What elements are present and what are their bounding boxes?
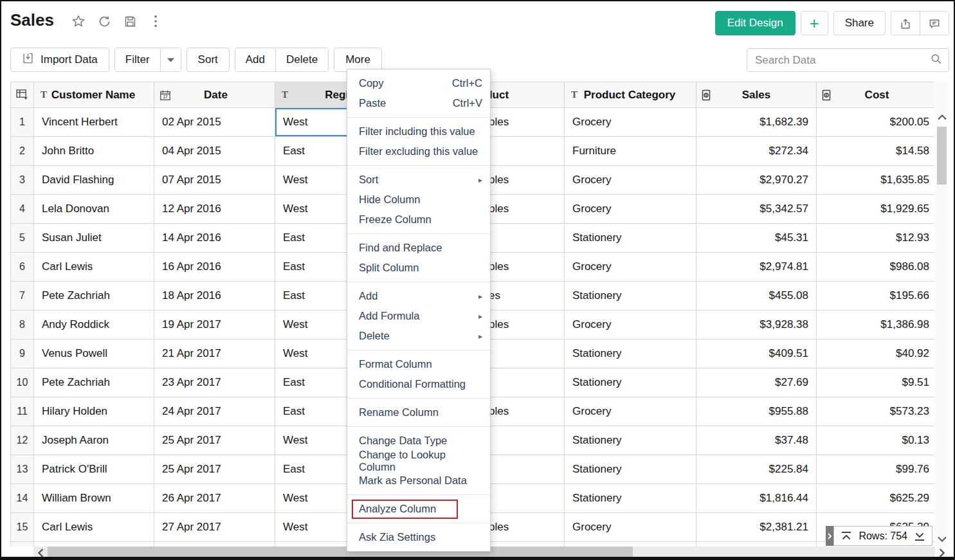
go-to-last-row-icon[interactable] — [914, 531, 925, 541]
menu-item-ask-zia-settings[interactable]: Ask Zia Settings — [347, 527, 490, 547]
column-header-sales[interactable]: Sales — [696, 82, 817, 108]
row-number[interactable]: 12 — [11, 426, 34, 455]
cell-date[interactable]: 16 Apr 2016 — [154, 253, 275, 282]
kebab-menu-icon[interactable] — [148, 14, 163, 29]
cell-product-category[interactable]: Stationery — [565, 455, 696, 484]
column-header-customer-name[interactable]: TCustomer Name — [34, 82, 154, 108]
cell-sales[interactable]: $5,342.57 — [696, 195, 817, 224]
cell-sales[interactable]: $272.34 — [696, 137, 817, 166]
cell-date[interactable]: 25 Apr 2017 — [154, 455, 275, 484]
menu-item-filter-including-this-value[interactable]: Filter including this value — [347, 122, 490, 141]
search-icon[interactable] — [930, 53, 942, 68]
cell-product-category[interactable]: Stationery — [565, 282, 696, 311]
cell-product-category[interactable]: Stationery — [565, 224, 696, 253]
cell-date[interactable]: 27 Apr 2017 — [154, 513, 275, 542]
cell-product-category[interactable]: Grocery — [565, 166, 696, 195]
cell-date[interactable]: 24 Apr 2017 — [154, 397, 275, 426]
sort-button[interactable]: Sort — [186, 48, 230, 72]
menu-item-paste[interactable]: PasteCtrl+V — [347, 93, 490, 113]
menu-item-mark-as-personal-data[interactable]: Mark as Personal Data — [347, 471, 490, 491]
row-number[interactable]: 10 — [11, 368, 34, 397]
menu-item-rename-column[interactable]: Rename Column — [347, 402, 490, 422]
cell-sales[interactable]: $409.51 — [696, 339, 817, 368]
cell-customer-name[interactable]: Carl Lewis — [34, 253, 154, 282]
menu-item-delete[interactable]: Delete▸ — [347, 326, 490, 346]
pager-collapse-handle[interactable] — [826, 526, 833, 546]
cell-date[interactable]: 26 Apr 2017 — [154, 484, 275, 513]
row-number[interactable]: 1 — [11, 108, 34, 137]
cell-cost[interactable]: $14.58 — [817, 137, 938, 166]
cell-customer-name[interactable]: Vincent Herbert — [34, 108, 154, 137]
cell-date[interactable]: 18 Apr 2016 — [154, 282, 275, 311]
export-icon[interactable] — [891, 12, 920, 35]
horizontal-scroll-thumb[interactable] — [48, 546, 633, 559]
row-number[interactable]: 6 — [11, 253, 34, 282]
cell-customer-name[interactable]: Pete Zachriah — [34, 282, 154, 311]
cell-cost[interactable]: $1,635.85 — [817, 166, 938, 195]
column-header-row-selector[interactable] — [11, 82, 34, 108]
share-button[interactable]: Share — [833, 11, 886, 35]
cell-sales[interactable]: $37.48 — [696, 426, 817, 455]
menu-item-change-to-lookup-column[interactable]: Change to Lookup Column — [347, 451, 490, 471]
cell-sales[interactable]: $455.08 — [696, 282, 817, 311]
cell-product-category[interactable]: Stationery — [565, 339, 696, 368]
favorite-star-icon[interactable] — [71, 14, 86, 29]
cell-date[interactable]: 12 Apr 2016 — [154, 195, 275, 224]
vertical-scrollbar[interactable] — [934, 82, 949, 546]
cell-sales[interactable]: $2,381.21 — [696, 513, 817, 542]
edit-design-button[interactable]: Edit Design — [715, 11, 796, 35]
add-new-button[interactable]: + — [801, 11, 828, 35]
filter-button[interactable]: Filter — [115, 48, 160, 71]
delete-button[interactable]: Delete — [276, 48, 328, 71]
cell-cost[interactable]: $195.66 — [817, 282, 938, 311]
column-header-cost[interactable]: Cost — [817, 82, 938, 108]
cell-cost[interactable]: $200.05 — [817, 108, 938, 137]
import-data-button[interactable]: Import Data — [10, 48, 109, 72]
menu-item-analyze-column[interactable]: Analyze Column — [347, 499, 490, 519]
row-number[interactable]: 15 — [11, 513, 34, 542]
cell-date[interactable]: 25 Apr 2017 — [154, 426, 275, 455]
cell-customer-name[interactable]: Pete Zachriah — [34, 368, 154, 397]
cell-customer-name[interactable]: William Brown — [34, 484, 154, 513]
cell-cost[interactable]: $99.76 — [817, 455, 938, 484]
row-number[interactable]: 9 — [11, 339, 34, 368]
menu-item-add-formula[interactable]: Add Formula▸ — [347, 306, 490, 326]
cell-cost[interactable]: $573.23 — [817, 397, 938, 426]
menu-item-format-column[interactable]: Format Column — [347, 354, 490, 374]
cell-cost[interactable]: $1,386.98 — [817, 311, 938, 339]
cell-product-category[interactable]: Grocery — [565, 253, 696, 282]
cell-customer-name[interactable]: David Flashing — [34, 166, 154, 195]
row-number[interactable]: 8 — [11, 311, 34, 339]
cell-cost[interactable]: $40.92 — [817, 339, 938, 368]
comment-icon[interactable] — [920, 12, 949, 35]
cell-customer-name[interactable]: Joseph Aaron — [34, 426, 154, 455]
cell-customer-name[interactable]: Patrick O'Brill — [34, 455, 154, 484]
save-icon[interactable] — [122, 14, 138, 29]
row-number[interactable]: 4 — [11, 195, 34, 224]
menu-item-change-data-type[interactable]: Change Data Type — [347, 431, 490, 451]
cell-sales[interactable]: $27.69 — [696, 368, 817, 397]
row-number[interactable]: 7 — [11, 282, 34, 311]
column-header-product-category[interactable]: TProduct Category — [565, 82, 696, 108]
menu-item-filter-excluding-this-value[interactable]: Filter excluding this value — [347, 141, 490, 161]
cell-cost[interactable]: $625.29 — [817, 484, 938, 513]
cell-customer-name[interactable]: John Britto — [34, 137, 154, 166]
cell-product-category[interactable]: Grocery — [565, 397, 696, 426]
cell-product-category[interactable]: Grocery — [565, 513, 696, 542]
cell-product-category[interactable]: Furniture — [565, 137, 696, 166]
cell-product-category[interactable]: Stationery — [565, 426, 696, 455]
cell-date[interactable]: 21 Apr 2017 — [154, 339, 275, 368]
cell-cost[interactable]: $0.13 — [817, 426, 938, 455]
cell-sales[interactable]: $2,974.81 — [696, 253, 817, 282]
cell-sales[interactable]: $225.84 — [696, 455, 817, 484]
cell-cost[interactable]: $12.93 — [817, 224, 938, 253]
menu-item-add[interactable]: Add▸ — [347, 286, 490, 306]
menu-item-conditional-formatting[interactable]: Conditional Formatting — [347, 374, 490, 394]
cell-date[interactable]: 19 Apr 2017 — [154, 311, 275, 339]
row-number[interactable]: 3 — [11, 166, 34, 195]
cell-sales[interactable]: $45.31 — [696, 224, 817, 253]
cell-cost[interactable]: $1,929.65 — [817, 195, 938, 224]
row-number[interactable]: 11 — [11, 397, 34, 426]
cell-sales[interactable]: $955.88 — [696, 397, 817, 426]
cell-customer-name[interactable]: Lela Donovan — [34, 195, 154, 224]
